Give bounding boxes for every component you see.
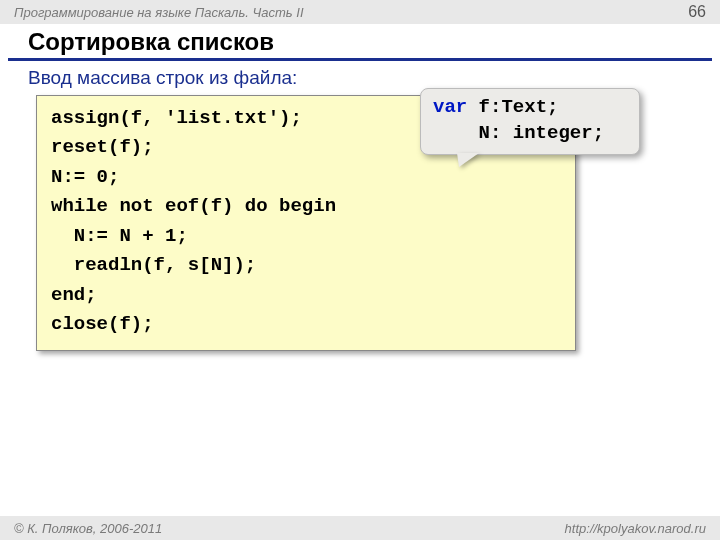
- var-callout: var f:Text; N: integer;: [420, 88, 640, 155]
- code-line: N:= N + 1;: [51, 225, 188, 247]
- title-divider: [8, 58, 712, 61]
- code-line: assign(f, 'list.txt');: [51, 107, 302, 129]
- code-line: N:= 0;: [51, 166, 119, 188]
- page-title: Сортировка списков: [0, 24, 720, 58]
- keyword-var: var: [433, 96, 467, 118]
- header-bar: Программирование на языке Паскаль. Часть…: [0, 0, 720, 24]
- callout-line2: N: integer;: [433, 122, 604, 144]
- callout-tail: [457, 153, 479, 167]
- code-line: while not eof(f) do begin: [51, 195, 336, 217]
- code-line: readln(f, s[N]);: [51, 254, 256, 276]
- page-number: 66: [688, 3, 706, 21]
- callout-line1: f:Text;: [467, 96, 558, 118]
- footer-bar: © К. Поляков, 2006-2011 http://kpolyakov…: [0, 516, 720, 540]
- code-line: end;: [51, 284, 97, 306]
- copyright-text: © К. Поляков, 2006-2011: [14, 521, 162, 536]
- course-name: Программирование на языке Паскаль. Часть…: [14, 5, 304, 20]
- code-line: reset(f);: [51, 136, 154, 158]
- code-line: close(f);: [51, 313, 154, 335]
- footer-url: http://kpolyakov.narod.ru: [565, 521, 706, 536]
